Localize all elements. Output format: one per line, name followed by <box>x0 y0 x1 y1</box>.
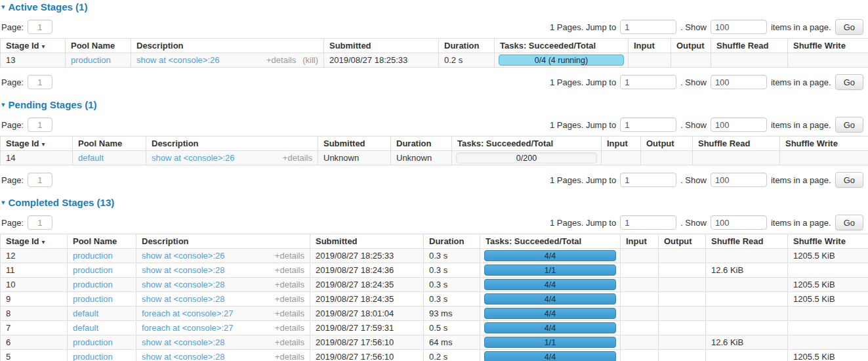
column-header-shuffle-read[interactable]: Shuffle Read <box>711 39 788 53</box>
collapse-caret-icon: ▾ <box>1 199 5 206</box>
column-header-description[interactable]: Description <box>136 234 310 249</box>
completed-stages-section: ▾ Completed Stages (13) Page: 1 Pages. J… <box>0 197 868 361</box>
jump-to-input[interactable] <box>620 75 676 89</box>
column-header-tasks-succeeded-total[interactable]: Tasks: Succeeded/Total <box>452 137 602 151</box>
go-button[interactable]: Go <box>835 215 863 230</box>
show-count-input[interactable] <box>711 173 767 187</box>
details-toggle-link[interactable]: +details <box>283 153 312 163</box>
go-button[interactable]: Go <box>835 19 863 35</box>
pool-name-link[interactable]: production <box>73 280 113 289</box>
collapse-caret-icon: ▾ <box>1 101 5 108</box>
jump-to-input[interactable] <box>620 215 676 230</box>
tasks-progress-bar: 0/200 <box>456 152 597 163</box>
column-header-duration[interactable]: Duration <box>424 234 480 249</box>
description-link[interactable]: show at <console>:28 <box>142 294 224 304</box>
show-count-input[interactable] <box>711 215 767 230</box>
details-toggle-link[interactable]: +details <box>266 55 296 65</box>
tasks-progress-label: 0/4 (4 running) <box>499 55 623 65</box>
column-header-tasks-succeeded-total[interactable]: Tasks: Succeeded/Total <box>480 234 621 249</box>
column-header-description[interactable]: Description <box>146 137 318 151</box>
page-number-input[interactable] <box>28 117 52 132</box>
show-count-input[interactable] <box>711 117 767 132</box>
description-link[interactable]: show at <console>:28 <box>142 352 224 361</box>
tasks-progress-cell: 4/4 <box>480 292 621 307</box>
column-header-pool-name[interactable]: Pool Name <box>73 137 146 151</box>
output-cell <box>659 307 706 321</box>
description-link[interactable]: show at <console>:28 <box>142 337 224 347</box>
column-header-duration[interactable]: Duration <box>439 39 495 53</box>
column-header-shuffle-read[interactable]: Shuffle Read <box>706 234 788 249</box>
column-header-input[interactable]: Input <box>621 234 659 249</box>
description-content: show at <console>:26+details(kill) <box>136 55 318 65</box>
description-link[interactable]: show at <console>:28 <box>142 280 224 289</box>
section-heading-completed-stages[interactable]: ▾ Completed Stages (13) <box>1 197 868 208</box>
description-link[interactable]: show at <console>:26 <box>142 251 224 261</box>
pool-name-link[interactable]: production <box>73 265 113 275</box>
details-toggle-link[interactable]: +details <box>275 294 304 304</box>
jump-to-input[interactable] <box>620 117 676 132</box>
kill-link[interactable]: (kill) <box>302 55 318 65</box>
column-header-label: Input <box>626 236 647 246</box>
description-link[interactable]: foreach at <console>:27 <box>142 308 234 318</box>
column-header-shuffle-read[interactable]: Shuffle Read <box>693 137 780 151</box>
section-heading-pending-stages[interactable]: ▾ Pending Stages (1) <box>1 99 868 110</box>
column-header-shuffle-write[interactable]: Shuffle Write <box>788 234 868 249</box>
pool-name-link[interactable]: production <box>71 55 111 65</box>
show-count-input[interactable] <box>711 20 767 34</box>
description-link[interactable]: show at <console>:26 <box>152 153 234 163</box>
column-header-stage-id[interactable]: Stage Id▾ <box>1 234 68 249</box>
column-header-output[interactable]: Output <box>641 137 693 151</box>
page-number-input[interactable] <box>28 173 52 187</box>
page-number-input[interactable] <box>28 75 52 89</box>
description-link[interactable]: show at <console>:28 <box>142 265 224 275</box>
column-header-stage-id[interactable]: Stage Id▾ <box>1 39 66 53</box>
description-link[interactable]: foreach at <console>:27 <box>142 323 234 333</box>
pool-name-link[interactable]: default <box>78 153 104 163</box>
column-header-description[interactable]: Description <box>131 39 324 53</box>
details-toggle-link[interactable]: +details <box>275 323 304 333</box>
column-header-stage-id[interactable]: Stage Id▾ <box>1 137 73 151</box>
page-number-input[interactable] <box>28 215 52 230</box>
description-content: foreach at <console>:27+details <box>142 323 304 333</box>
column-header-submitted[interactable]: Submitted <box>318 137 391 151</box>
details-toggle-link[interactable]: +details <box>275 280 304 289</box>
go-button[interactable]: Go <box>835 172 863 188</box>
column-header-input[interactable]: Input <box>602 137 641 151</box>
tasks-progress-bar: 4/4 <box>484 250 616 261</box>
description-link[interactable]: show at <console>:26 <box>136 55 219 65</box>
column-header-pool-name[interactable]: Pool Name <box>66 39 131 53</box>
output-cell <box>659 249 706 263</box>
jump-to-input[interactable] <box>620 20 676 34</box>
column-header-output[interactable]: Output <box>659 234 706 249</box>
pool-name-link[interactable]: production <box>73 251 113 261</box>
jump-to-input[interactable] <box>620 173 676 187</box>
input-cell <box>621 350 659 361</box>
pool-name-link[interactable]: production <box>73 337 113 347</box>
column-header-output[interactable]: Output <box>671 39 711 53</box>
column-header-shuffle-write[interactable]: Shuffle Write <box>788 39 868 53</box>
column-header-input[interactable]: Input <box>629 39 671 53</box>
go-button[interactable]: Go <box>835 117 863 133</box>
stage-row: 6productionshow at <console>:28+details2… <box>1 335 868 350</box>
column-header-tasks-succeeded-total[interactable]: Tasks: Succeeded/Total <box>495 39 629 53</box>
details-toggle-link[interactable]: +details <box>275 337 304 347</box>
column-header-duration[interactable]: Duration <box>391 137 452 151</box>
column-header-pool-name[interactable]: Pool Name <box>68 234 136 249</box>
column-header-submitted[interactable]: Submitted <box>310 234 424 249</box>
details-toggle-link[interactable]: +details <box>275 352 304 361</box>
show-count-input[interactable] <box>711 75 767 89</box>
pool-name-link[interactable]: default <box>73 308 98 318</box>
details-toggle-link[interactable]: +details <box>275 251 304 261</box>
tasks-progress-cell: 1/1 <box>480 263 621 278</box>
details-toggle-link[interactable]: +details <box>275 265 304 275</box>
go-button[interactable]: Go <box>835 74 863 90</box>
section-heading-active-stages[interactable]: ▾ Active Stages (1) <box>1 1 868 12</box>
pool-name-cell: default <box>73 151 146 165</box>
pool-name-link[interactable]: production <box>73 352 113 361</box>
pool-name-link[interactable]: default <box>73 323 98 333</box>
column-header-submitted[interactable]: Submitted <box>324 39 439 53</box>
details-toggle-link[interactable]: +details <box>275 308 304 318</box>
page-number-input[interactable] <box>28 20 52 34</box>
column-header-shuffle-write[interactable]: Shuffle Write <box>780 137 868 151</box>
pool-name-link[interactable]: production <box>73 294 113 304</box>
